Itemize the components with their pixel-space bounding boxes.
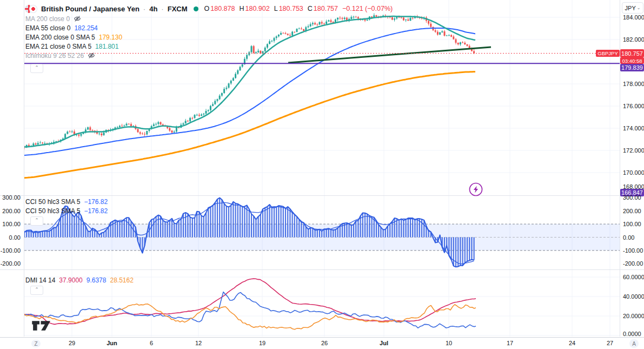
separator-dot: · [161,5,163,13]
left-price-scale[interactable]: 300.00200.00100.000.00-100.00-200.00 [0,0,24,337]
symbol-title[interactable]: British Pound / Japanese Yen [41,5,140,13]
legend-row-cci-1[interactable]: CCI 50 hlc3 SMA 5 −176.82 [25,197,108,206]
low-value: 180.753 [279,5,303,12]
price-tick-label: 170.000 [623,169,644,176]
cci-tick-label: -200.00 [1,260,21,267]
last-price-badge: 180.757 [620,49,644,57]
dmi-tick-label: 40.0000 [623,293,644,300]
indicator-label: EMA 200 close 0 SMA 5 [25,34,95,41]
price-line-symbol-label: GBPJPY [596,50,620,57]
cci-pane-legend: CCI 50 hlc3 SMA 5 −176.82 CCI 50 hlc3 SM… [25,197,108,215]
time-tick-label: 10 [446,340,452,346]
high-value: 180.902 [245,5,269,12]
cci-tick-label: 0.00 [623,234,634,241]
high-label: H [239,5,244,12]
indicator-label: Ichimoku 9 26 52 26 [25,52,84,60]
time-tick-label: 24 [569,340,575,346]
change-value: −0.121 (−0.07%) [342,5,393,12]
ema200-sma5-line [24,72,475,178]
time-tick-label: 26 [321,340,328,346]
time-tick-label: 6 [150,340,153,346]
legend-row-dmi[interactable]: DMI 14 14 37.9000 9.6378 28.5162 [25,275,134,285]
cci-tick-label: -100.00 [1,247,21,254]
legend-row-ichimoku[interactable]: Ichimoku 9 26 52 26 [25,51,122,60]
bar-countdown-badge: 03:40:58 [620,57,644,64]
legend-row-ema200[interactable]: EMA 200 close 0 SMA 5 179.130 [25,32,122,42]
time-scale[interactable]: Z A 29Jun6121926Jul10172427 [0,337,644,349]
flash-icon-button[interactable] [468,182,483,197]
currency-unit-button[interactable]: JPY ⌄ [622,2,643,14]
cci-tick-label: 200.00 [623,208,641,214]
cci-tick-label: 100.00 [2,221,21,227]
low-label: L [274,5,278,12]
time-tick-label: Jul [380,340,388,346]
dmi-pane-legend: DMI 14 14 37.9000 9.6378 28.5162 [25,275,134,285]
price-tick-label: 178.000 [623,81,644,87]
dmi-minus-di-value: 28.5162 [110,276,133,284]
timezone-button[interactable]: Z [31,340,41,347]
dmi-plus-di-value: 9.6378 [87,276,107,284]
price-tick-label: 174.000 [623,125,644,131]
open-value: 180.878 [210,5,235,12]
dmi--di-line [24,304,476,330]
indicator-value: 179.130 [99,34,122,41]
dmi-adx-value: 37.9000 [59,276,82,284]
price-tick-label: 172.000 [623,147,644,154]
cci-tick-label: 0.00 [9,234,21,241]
tradingview-watermark [28,320,56,331]
cci-tick-label: 100.00 [623,221,641,227]
dmi-adx-line [24,279,476,324]
time-tick-label: 27 [607,340,613,346]
open-label: O [204,5,210,12]
indicator-value: −176.82 [84,207,108,215]
trendline-drawing [288,47,491,63]
time-tick-label: 19 [259,340,265,346]
cci-tick-label: 300.00 [623,194,641,201]
close-value: 180.757 [314,5,338,12]
purple-line-price-badge: 179.839 [620,64,644,71]
price-tick-label: 176.000 [623,103,644,109]
price-tick-label: 184.000 [623,14,644,21]
cci-tick-label: 300.00 [2,194,21,201]
currency-label: JPY [625,5,636,11]
cci-tick-label: 200.00 [2,208,21,214]
interval-label[interactable]: 4h [149,5,157,13]
cci-tick-label: -200.00 [623,260,643,267]
time-tick-label: Jun [107,340,117,346]
indicator-label: CCI 50 hlc3 SMA 5 [25,198,80,206]
time-tick-label: 12 [195,340,202,346]
cci-pane-collapse-button[interactable]: ⌃ [30,216,43,226]
time-tick-label: 29 [69,340,75,346]
indicator-value: −176.82 [84,198,108,206]
exchange-label: FXCM [168,5,188,13]
dmi-tick-label: 0.0000 [623,331,641,337]
chevron-down-icon: ⌄ [637,5,641,10]
eye-off-icon[interactable] [74,15,82,22]
right-price-scale[interactable]: JPY ⌄ 180.757 03:40:58 179.839 166.847 1… [620,0,644,337]
indicator-label: MA 200 close 0 [25,15,70,23]
legend-row-ma200[interactable]: MA 200 close 0 [25,14,122,23]
indicator-label: DMI 14 14 [25,276,55,284]
legend-row-ema21[interactable]: EMA 21 close 0 SMA 5 181.801 [25,42,122,51]
eye-off-icon[interactable] [88,52,96,59]
indicator-label: CCI 50 hlc3 SMA 5 [25,207,80,215]
main-pane-collapse-button[interactable]: ⌃ [30,64,43,73]
indicator-value: 181.801 [95,43,118,50]
legend-row-cci-2[interactable]: CCI 50 hlc3 SMA 5 −176.82 [25,206,108,215]
separator-dot: · [143,5,145,13]
indicator-value: 182.254 [74,24,97,32]
indicator-label: EMA 21 close 0 SMA 5 [25,43,91,50]
symbol-pair-logo-icon [25,5,37,13]
auto-scale-button[interactable]: A [629,339,639,348]
dmi-tick-label: 20.0000 [623,313,644,319]
dmi-pane-collapse-button[interactable]: ⌃ [30,286,43,295]
dmi-+di-line [24,292,476,328]
ohlc-values: O180.878 H180.902 L180.753 C180.757 −0.1… [204,5,393,12]
main-pane-legend: MA 200 close 0 EMA 55 close 0 182.254 EM… [25,14,122,60]
dmi-pane [24,279,476,330]
legend-row-ema55[interactable]: EMA 55 close 0 182.254 [25,23,122,32]
tradingview-chart-window: British Pound / Japanese Yen · 4h · FXCM… [0,0,644,349]
time-tick-label: 17 [507,340,513,346]
market-status-dot[interactable] [194,6,198,11]
indicator-label: EMA 55 close 0 [25,24,70,32]
